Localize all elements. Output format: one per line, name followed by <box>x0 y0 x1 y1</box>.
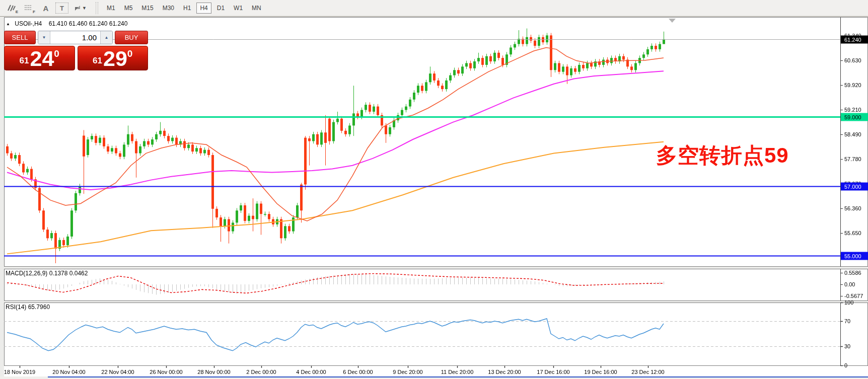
chart-annotation-text: 多空转折点59 <box>656 141 789 170</box>
buy-button[interactable]: BUY <box>115 31 148 44</box>
buy-price-big: 29 <box>103 49 127 68</box>
symbol-timeframe-label: USOil-,H4 <box>15 20 42 27</box>
sell-price-prefix: 61 <box>20 56 29 66</box>
caret-down-icon: ▼ <box>42 35 46 40</box>
sell-button[interactable]: SELL <box>4 31 36 44</box>
collapse-triangle-icon[interactable]: ▲ <box>6 22 10 26</box>
volume-decrease-button[interactable]: ▼ <box>38 31 50 44</box>
sell-price-big: 24 <box>30 49 54 68</box>
one-click-trading-panel: SELL ▼ ▲ BUY 61 24 0 61 29 0 <box>4 31 148 70</box>
sell-price-sup: 0 <box>54 48 59 59</box>
macd-indicator-label: MACD(12,26,9) 0.1378 0.0462 <box>6 270 88 277</box>
caret-up-icon: ▲ <box>105 35 109 40</box>
trade-panel-price-row: 61 24 0 61 29 0 <box>4 46 148 70</box>
buy-price-sup: 0 <box>127 48 133 59</box>
buy-price-button[interactable]: 61 29 0 <box>78 46 149 70</box>
ohlc-values: 61.410 61.460 61.240 61.240 <box>49 20 128 27</box>
sell-price-button[interactable]: 61 24 0 <box>4 46 75 70</box>
volume-stepper: ▼ ▲ <box>38 31 113 44</box>
buy-price-prefix: 61 <box>93 56 102 66</box>
trade-panel-top-row: SELL ▼ ▲ BUY <box>4 31 148 44</box>
trading-terminal: { "toolbar": { "tools": [ {"id":"chart-e… <box>0 0 868 379</box>
chart-title: ▲ USOil-,H4 61.410 61.460 61.240 61.240 <box>6 20 127 27</box>
volume-input[interactable] <box>50 31 100 44</box>
rsi-indicator-label: RSI(14) 65.7960 <box>6 304 50 311</box>
volume-increase-button[interactable]: ▲ <box>100 31 112 44</box>
